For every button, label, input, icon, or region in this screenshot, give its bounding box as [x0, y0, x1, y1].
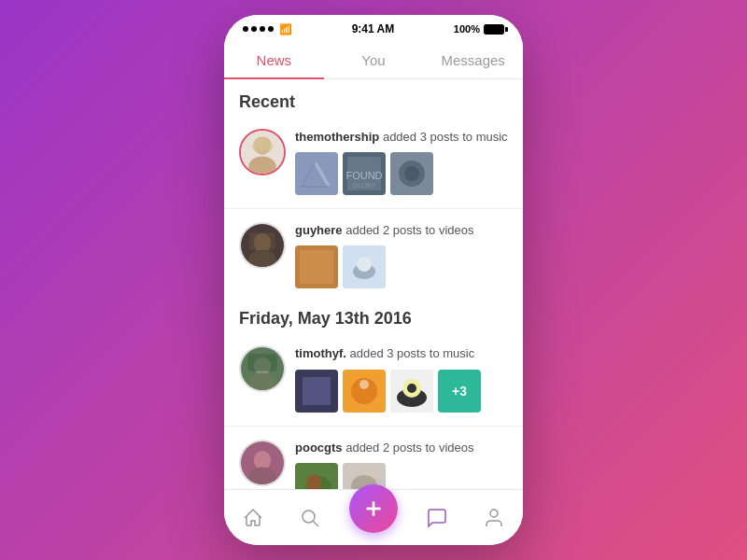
main-content: Recent themothership added 3 post [224, 79, 523, 489]
thumbnail [390, 370, 433, 413]
signal-dot [243, 26, 248, 32]
svg-point-36 [407, 384, 416, 393]
home-nav-button[interactable] [234, 499, 272, 537]
thumbnail: FOUNDGLORY [343, 152, 386, 195]
avatar-wrap [239, 222, 286, 269]
status-bar: 📶 9:41 AM 100% [224, 15, 523, 39]
avatar-wrap [239, 129, 286, 175]
svg-point-4 [252, 138, 273, 154]
avatar [239, 345, 286, 392]
svg-line-50 [314, 521, 319, 526]
activity-item: poocgts added 2 posts to videos [224, 430, 523, 489]
plus-icon [361, 497, 386, 521]
plus-more-badge: +3 [438, 370, 481, 413]
avatar-svg [241, 224, 284, 267]
username: poocgts [295, 441, 343, 455]
avatar-wrap [239, 345, 286, 392]
avatar-svg [241, 441, 284, 484]
thumb-row [295, 463, 508, 489]
thumbnail [295, 245, 338, 288]
search-nav-button[interactable] [291, 499, 329, 537]
avatar-wrap [239, 440, 286, 486]
search-icon [299, 507, 321, 529]
avatar [239, 440, 286, 486]
username: timothyf. [295, 346, 346, 360]
status-right: 100% [454, 23, 504, 35]
thumbnail [390, 152, 433, 195]
activity-details: guyhere added 2 posts to videos [295, 222, 508, 288]
thumbnail [343, 370, 386, 413]
activity-item: themothership added 3 posts to music FOU… [224, 119, 523, 204]
signal-dot [260, 26, 265, 32]
tab-you[interactable]: You [324, 39, 424, 79]
avatar [239, 222, 286, 269]
bottom-nav [224, 489, 523, 545]
divider [224, 208, 523, 209]
svg-point-23 [357, 257, 372, 272]
battery-fill [485, 25, 503, 34]
add-nav-button[interactable] [349, 484, 398, 533]
activity-item: timothyf. added 3 posts to music +3 [224, 336, 523, 421]
signal-dot [268, 26, 274, 32]
action-text: added 3 posts to music [379, 130, 507, 144]
thumb-row: +3 [295, 370, 508, 413]
activity-details: poocgts added 2 posts to videos [295, 440, 508, 489]
section-date-title: Friday, May 13th 2016 [224, 298, 523, 336]
svg-point-49 [303, 511, 315, 523]
activity-text: timothyf. added 3 posts to music [295, 345, 508, 362]
action-text: added 2 posts to videos [343, 441, 474, 455]
tab-messages[interactable]: Messages [423, 39, 523, 79]
profile-icon [483, 507, 505, 529]
svg-rect-29 [303, 377, 331, 405]
tab-bar: News You Messages [224, 39, 523, 79]
avatar-svg [241, 347, 284, 390]
battery-percent: 100% [454, 23, 480, 35]
profile-nav-button[interactable] [475, 499, 513, 537]
username: guyhere [295, 223, 343, 237]
action-text: added 3 posts to music [346, 346, 474, 360]
section-recent-title: Recent [224, 79, 523, 119]
wifi-icon: 📶 [279, 23, 292, 35]
tab-news[interactable]: News [224, 39, 324, 79]
thumbnail [295, 370, 338, 413]
svg-rect-20 [300, 250, 333, 284]
avatar-svg [241, 131, 284, 174]
svg-text:FOUND: FOUND [345, 170, 382, 181]
battery-icon [484, 24, 504, 35]
home-icon [242, 507, 264, 529]
phone-frame: 📶 9:41 AM 100% News You Messages Recent [224, 15, 523, 545]
thumbnail [295, 463, 338, 489]
thumb-row: FOUNDGLORY [295, 152, 508, 195]
activity-text: themothership added 3 posts to music [295, 129, 508, 146]
svg-rect-18 [249, 232, 275, 249]
activity-text: guyhere added 2 posts to videos [295, 222, 508, 239]
svg-rect-27 [247, 355, 276, 371]
action-text: added 2 posts to videos [343, 223, 474, 237]
svg-point-14 [404, 166, 419, 181]
activity-details: themothership added 3 posts to music FOU… [295, 129, 508, 195]
status-time: 9:41 AM [352, 22, 395, 35]
svg-point-38 [254, 451, 271, 469]
activity-item: guyhere added 2 posts to videos [224, 213, 523, 298]
svg-point-53 [490, 510, 498, 517]
svg-point-32 [359, 380, 369, 389]
messages-nav-button[interactable] [418, 499, 456, 537]
svg-text:GLORY: GLORY [353, 182, 376, 189]
thumbnail [295, 152, 338, 195]
activity-text: poocgts added 2 posts to videos [295, 440, 508, 456]
avatar [239, 129, 286, 175]
divider [224, 426, 523, 427]
signal-dot [251, 26, 257, 32]
status-left: 📶 [243, 23, 292, 35]
activity-details: timothyf. added 3 posts to music +3 [295, 345, 508, 412]
thumbnail [343, 245, 386, 288]
username: themothership [295, 130, 379, 144]
messages-icon [426, 507, 448, 529]
thumb-row [295, 245, 508, 288]
